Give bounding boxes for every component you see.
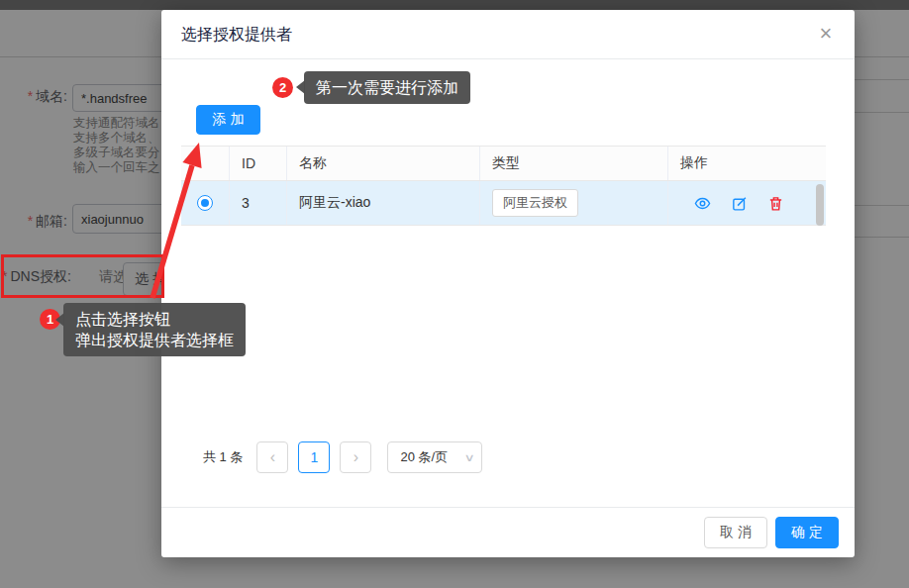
screen: *域名: *.handsfree 支持通配符域名 支持多个域名、 多级子域名要分… <box>0 0 909 588</box>
cancel-button[interactable]: 取 消 <box>704 517 767 548</box>
row-type-cell: 阿里云授权 <box>480 181 668 225</box>
row-radio-cell <box>181 181 230 225</box>
confirm-button[interactable]: 确 定 <box>775 517 839 548</box>
close-icon[interactable]: × <box>811 20 841 49</box>
cancel-button-label: 取 消 <box>720 524 752 541</box>
prev-icon: ‹ <box>270 448 275 466</box>
add-button-label: 添 加 <box>213 111 245 129</box>
dialog-header: 选择授权提供者 × <box>161 10 855 59</box>
pagination: 共 1 条 ‹ 1 › 20 条/页 ∨ <box>203 441 482 473</box>
page-1-button[interactable]: 1 <box>298 441 330 473</box>
header-cell-type: 类型 <box>480 147 668 180</box>
type-tag: 阿里云授权 <box>492 189 578 217</box>
header-cell-id: ID <box>230 147 287 180</box>
header-cell-name: 名称 <box>287 147 480 180</box>
row-id-cell: 3 <box>230 181 287 225</box>
next-icon: › <box>354 448 358 466</box>
edit-icon[interactable] <box>731 195 748 212</box>
add-button[interactable]: 添 加 <box>196 105 260 135</box>
header-cell-select <box>181 147 230 180</box>
prev-page-button[interactable]: ‹ <box>256 441 288 473</box>
pagination-total: 共 1 条 <box>203 448 243 466</box>
chevron-down-icon: ∨ <box>464 451 475 464</box>
table-scrollbar-thumb[interactable] <box>816 184 824 226</box>
table-header-row: ID 名称 类型 操作 <box>181 146 826 181</box>
view-icon[interactable] <box>694 195 711 212</box>
header-cell-actions: 操作 <box>668 147 826 180</box>
confirm-button-label: 确 定 <box>791 524 823 541</box>
page-size-select[interactable]: 20 条/页 ∨ <box>387 441 482 473</box>
radio-dot <box>201 199 209 207</box>
delete-icon[interactable] <box>767 195 784 212</box>
page-size-value: 20 条/页 <box>400 448 448 466</box>
row-actions-cell <box>668 181 826 225</box>
table-row[interactable]: 3 阿里云-xiao 阿里云授权 <box>181 181 826 226</box>
row-name-cell: 阿里云-xiao <box>287 181 480 225</box>
select-auth-provider-dialog: 选择授权提供者 × 添 加 ID 名称 类型 操作 3 阿里云-xiao 阿里云 <box>161 10 855 557</box>
dialog-title: 选择授权提供者 <box>181 10 292 59</box>
dialog-footer: 取 消 确 定 <box>161 507 855 557</box>
radio-selected[interactable] <box>197 195 213 211</box>
next-page-button[interactable]: › <box>340 441 371 473</box>
provider-table: ID 名称 类型 操作 3 阿里云-xiao 阿里云授权 <box>181 146 826 226</box>
